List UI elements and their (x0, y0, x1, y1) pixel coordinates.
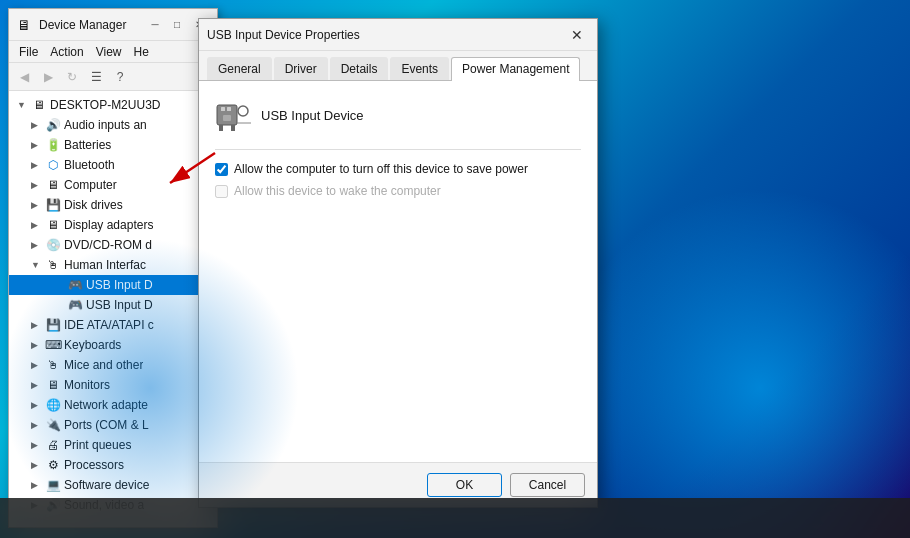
tabs-container: General Driver Details Events Power Mana… (199, 51, 597, 81)
svg-rect-4 (221, 107, 225, 111)
tab-events[interactable]: Events (390, 57, 449, 80)
ok-button[interactable]: OK (427, 473, 502, 497)
keyboards-icon: ⌨ (45, 337, 61, 353)
hid-label: Human Interfac (64, 258, 146, 272)
print-label: Print queues (64, 438, 131, 452)
display-label: Display adapters (64, 218, 153, 232)
menu-action[interactable]: Action (44, 43, 89, 61)
svg-rect-7 (231, 125, 235, 131)
back-button[interactable]: ◀ (13, 66, 35, 88)
allow-turnoff-label: Allow the computer to turn off this devi… (234, 162, 528, 176)
tree-item-print[interactable]: ▶ 🖨 Print queues (9, 435, 217, 455)
dvd-icon: 💿 (45, 237, 61, 253)
processors-icon: ⚙ (45, 457, 61, 473)
maximize-button[interactable]: □ (167, 15, 187, 35)
device-tree: ▼ 🖥 DESKTOP-M2UU3D ▶ 🔊 Audio inputs an ▶… (9, 91, 217, 527)
network-label: Network adapte (64, 398, 148, 412)
software-expander: ▶ (31, 480, 45, 490)
allow-wakeup-checkbox[interactable] (215, 185, 228, 198)
ide-expander: ▶ (31, 320, 45, 330)
network-expander: ▶ (31, 400, 45, 410)
dialog-close-button[interactable]: ✕ (565, 23, 589, 47)
ide-icon: 💾 (45, 317, 61, 333)
device-name: USB Input Device (261, 108, 364, 123)
usb1-label: USB Input D (86, 278, 153, 292)
audio-icon: 🔊 (45, 117, 61, 133)
bluetooth-icon: ⬡ (45, 157, 61, 173)
tree-item-batteries[interactable]: ▶ 🔋 Batteries (9, 135, 217, 155)
forward-button[interactable]: ▶ (37, 66, 59, 88)
tree-item-processors[interactable]: ▶ ⚙ Processors (9, 455, 217, 475)
tree-item-bluetooth[interactable]: ▶ ⬡ Bluetooth (9, 155, 217, 175)
keyboards-label: Keyboards (64, 338, 121, 352)
print-icon: 🖨 (45, 437, 61, 453)
svg-point-8 (238, 106, 248, 116)
refresh-button[interactable]: ↻ (61, 66, 83, 88)
dialog-window: USB Input Device Properties ✕ General Dr… (198, 18, 598, 508)
audio-expander: ▶ (31, 120, 45, 130)
menu-file[interactable]: File (13, 43, 44, 61)
tree-item-network[interactable]: ▶ 🌐 Network adapte (9, 395, 217, 415)
tree-item-usb2[interactable]: 🎮 USB Input D (9, 295, 217, 315)
usb2-label: USB Input D (86, 298, 153, 312)
disk-icon: 💾 (45, 197, 61, 213)
ports-label: Ports (COM & L (64, 418, 149, 432)
tree-item-ports[interactable]: ▶ 🔌 Ports (COM & L (9, 415, 217, 435)
ide-label: IDE ATA/ATAPI c (64, 318, 154, 332)
help-toolbar-button[interactable]: ? (109, 66, 131, 88)
computer-label: Computer (64, 178, 117, 192)
tree-item-disk[interactable]: ▶ 💾 Disk drives (9, 195, 217, 215)
tab-general[interactable]: General (207, 57, 272, 80)
bluetooth-expander: ▶ (31, 160, 45, 170)
minimize-button[interactable]: ─ (145, 15, 165, 35)
device-manager-window: 🖥 Device Manager ─ □ ✕ File Action View … (8, 8, 218, 528)
monitors-label: Monitors (64, 378, 110, 392)
device-header: USB Input Device (215, 97, 581, 133)
taskbar (0, 498, 910, 538)
tree-item-dvd[interactable]: ▶ 💿 DVD/CD-ROM d (9, 235, 217, 255)
tree-item-keyboards[interactable]: ▶ ⌨ Keyboards (9, 335, 217, 355)
allow-turnoff-checkbox[interactable] (215, 163, 228, 176)
ports-expander: ▶ (31, 420, 45, 430)
tree-item-hid[interactable]: ▼ 🖱 Human Interfac (9, 255, 217, 275)
tree-root[interactable]: ▼ 🖥 DESKTOP-M2UU3D (9, 95, 217, 115)
tab-details[interactable]: Details (330, 57, 389, 80)
usb2-icon: 🎮 (67, 297, 83, 313)
tree-item-audio[interactable]: ▶ 🔊 Audio inputs an (9, 115, 217, 135)
dialog-titlebar: USB Input Device Properties ✕ (199, 19, 597, 51)
menu-help[interactable]: He (128, 43, 155, 61)
software-label: Software device (64, 478, 149, 492)
processors-expander: ▶ (31, 460, 45, 470)
tree-item-usb1[interactable]: 🎮 USB Input D (9, 275, 217, 295)
software-icon: 💻 (45, 477, 61, 493)
app-icon: 🖥 (17, 17, 33, 33)
cancel-button[interactable]: Cancel (510, 473, 585, 497)
menu-view[interactable]: View (90, 43, 128, 61)
hid-expander: ▼ (31, 260, 45, 270)
tree-item-ide[interactable]: ▶ 💾 IDE ATA/ATAPI c (9, 315, 217, 335)
display-icon: 🖥 (45, 217, 61, 233)
svg-rect-3 (223, 115, 231, 121)
disk-expander: ▶ (31, 200, 45, 210)
power-section: Allow the computer to turn off this devi… (215, 149, 581, 206)
keyboards-expander: ▶ (31, 340, 45, 350)
tree-item-mice[interactable]: ▶ 🖱 Mice and other (9, 355, 217, 375)
svg-rect-6 (219, 125, 223, 131)
checkbox-row-1: Allow the computer to turn off this devi… (215, 162, 581, 176)
properties-button[interactable]: ☰ (85, 66, 107, 88)
network-icon: 🌐 (45, 397, 61, 413)
tree-item-computer[interactable]: ▶ 🖥 Computer (9, 175, 217, 195)
usb1-icon: 🎮 (67, 277, 83, 293)
tab-power-management[interactable]: Power Management (451, 57, 580, 81)
batteries-label: Batteries (64, 138, 111, 152)
root-expander: ▼ (17, 100, 31, 110)
processors-label: Processors (64, 458, 124, 472)
mice-label: Mice and other (64, 358, 143, 372)
tab-driver[interactable]: Driver (274, 57, 328, 80)
tree-item-display[interactable]: ▶ 🖥 Display adapters (9, 215, 217, 235)
tree-item-software[interactable]: ▶ 💻 Software device (9, 475, 217, 495)
computer-tree-icon: 🖥 (45, 177, 61, 193)
tree-item-monitors[interactable]: ▶ 🖥 Monitors (9, 375, 217, 395)
disk-label: Disk drives (64, 198, 123, 212)
computer-expander: ▶ (31, 180, 45, 190)
